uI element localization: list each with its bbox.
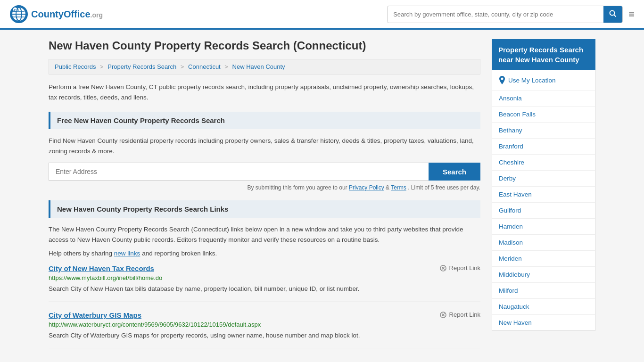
link-item-1-url: https://www.mytaxbill.org/inet/bill/home… [49, 274, 480, 281]
sidebar-link-hamden[interactable]: Hamden [492, 219, 595, 235]
links-description: The New Haven County Property Records Se… [49, 224, 480, 245]
sidebar: Property Records Search near New Haven C… [492, 39, 595, 358]
report-link-btn-1[interactable]: Report Link [439, 264, 480, 272]
address-search-form: Search [49, 163, 480, 181]
property-search-section: Free New Haven County Property Records S… [49, 112, 480, 191]
link-item-2-header: City of Waterbury GIS Maps Report Link [49, 311, 480, 319]
sidebar-link-milford[interactable]: Milford [492, 283, 595, 299]
link-item-2-url: http://www.waterburyct.org/content/9569/… [49, 321, 480, 328]
report-label-1: Report Link [449, 264, 480, 272]
new-links-link-label[interactable]: new links [114, 250, 140, 257]
main-container: New Haven County Property Records Search… [39, 30, 605, 362]
use-my-location-label: Use My Location [508, 77, 556, 84]
link-item-2: City of Waterbury GIS Maps Report Link h… [49, 311, 480, 348]
link-item-1-link[interactable]: City of New Haven Tax Records [49, 264, 154, 272]
link-item-1: City of New Haven Tax Records Report Lin… [49, 264, 480, 302]
search-description: Find New Haven County residential proper… [49, 136, 480, 156]
share-text: Help others by sharing [49, 250, 112, 257]
sidebar-link-guilford[interactable]: Guilford [492, 203, 595, 219]
logo-area: CO CountyOffice.org [9, 5, 103, 24]
sidebar-link-beacon-falls[interactable]: Beacon Falls [492, 107, 595, 123]
header-right: ≡ [387, 6, 635, 23]
sidebar-link-cheshire[interactable]: Cheshire [492, 155, 595, 171]
privacy-policy-link[interactable]: Privacy Policy [349, 184, 384, 191]
broken-text-content: and reporting broken links. [142, 250, 217, 257]
report-label-2: Report Link [449, 311, 480, 318]
svg-text:CO: CO [14, 8, 19, 12]
form-notice-text: By submitting this form you agree to our [248, 184, 347, 191]
link-item-1-header: City of New Haven Tax Records Report Lin… [49, 264, 480, 272]
logo-icon: CO [9, 5, 28, 24]
link-item-2-title: City of Waterbury GIS Maps [49, 311, 141, 319]
logo-text: CountyOffice.org [31, 9, 103, 20]
sidebar-link-bethany[interactable]: Bethany [492, 123, 595, 139]
page-description: Perform a free New Haven County, CT publ… [49, 82, 480, 102]
breadcrumb-sep-2: > [181, 63, 184, 70]
share-links: Help others by sharing new links and rep… [49, 250, 480, 257]
global-search-bar [387, 6, 623, 23]
global-search-input[interactable] [388, 7, 603, 22]
use-my-location[interactable]: Use My Location [492, 70, 595, 90]
hamburger-icon[interactable]: ≡ [628, 8, 635, 20]
sidebar-link-madison[interactable]: Madison [492, 235, 595, 251]
address-search-button[interactable]: Search [429, 163, 480, 181]
sidebar-link-derby[interactable]: Derby [492, 171, 595, 187]
header: CO CountyOffice.org ≡ [0, 0, 644, 30]
breadcrumb-sep-3: > [224, 63, 228, 70]
link-item-1-title: City of New Haven Tax Records [49, 264, 154, 272]
breadcrumb-public-records[interactable]: Public Records [55, 63, 96, 70]
sidebar-link-meriden[interactable]: Meriden [492, 251, 595, 267]
link-item-1-desc: Search City of New Haven tax bills datab… [49, 284, 480, 294]
link-item-2-link[interactable]: City of Waterbury GIS Maps [49, 311, 141, 319]
svg-point-9 [610, 10, 615, 15]
report-icon-1 [439, 264, 447, 272]
sidebar-link-ansonia[interactable]: Ansonia [492, 90, 595, 107]
svg-line-10 [614, 15, 616, 16]
page-title: New Haven County Property Records Search… [49, 39, 480, 52]
form-notice: By submitting this form you agree to our… [49, 184, 480, 191]
location-pin-icon [499, 76, 505, 84]
free-search-heading: Free New Haven County Property Records S… [49, 112, 480, 129]
sidebar-link-branford[interactable]: Branford [492, 139, 595, 155]
global-search-button[interactable] [603, 6, 622, 23]
sidebar-header: Property Records Search near New Haven C… [492, 39, 595, 70]
breadcrumb-property-records-search[interactable]: Property Records Search [107, 63, 176, 70]
form-notice-and: & [386, 184, 391, 191]
address-input[interactable] [49, 163, 429, 181]
sidebar-link-east-haven[interactable]: East Haven [492, 187, 595, 203]
sidebar-link-naugatuck[interactable]: Naugatuck [492, 299, 595, 315]
links-section: New Haven County Property Records Search… [49, 200, 480, 348]
sidebar-link-new-haven[interactable]: New Haven [492, 315, 595, 330]
sidebar-body: Use My Location Ansonia Beacon Falls Bet… [492, 70, 595, 331]
breadcrumb: Public Records > Property Records Search… [49, 59, 480, 74]
links-heading: New Haven County Property Records Search… [49, 200, 480, 218]
report-link-btn-2[interactable]: Report Link [439, 311, 480, 319]
terms-link[interactable]: Terms [391, 184, 406, 191]
breadcrumb-sep-1: > [100, 63, 104, 70]
svg-point-17 [501, 78, 504, 80]
report-icon-2 [439, 311, 447, 319]
breadcrumb-connecticut[interactable]: Connecticut [188, 63, 221, 70]
form-notice-limit: . Limit of 5 free uses per day. [408, 184, 480, 191]
breadcrumb-new-haven-county[interactable]: New Haven County [232, 63, 285, 70]
sidebar-link-middlebury[interactable]: Middlebury [492, 267, 595, 283]
content-area: New Haven County Property Records Search… [49, 39, 480, 358]
link-item-2-desc: Search City of Waterbury GIS maps for pr… [49, 331, 480, 340]
